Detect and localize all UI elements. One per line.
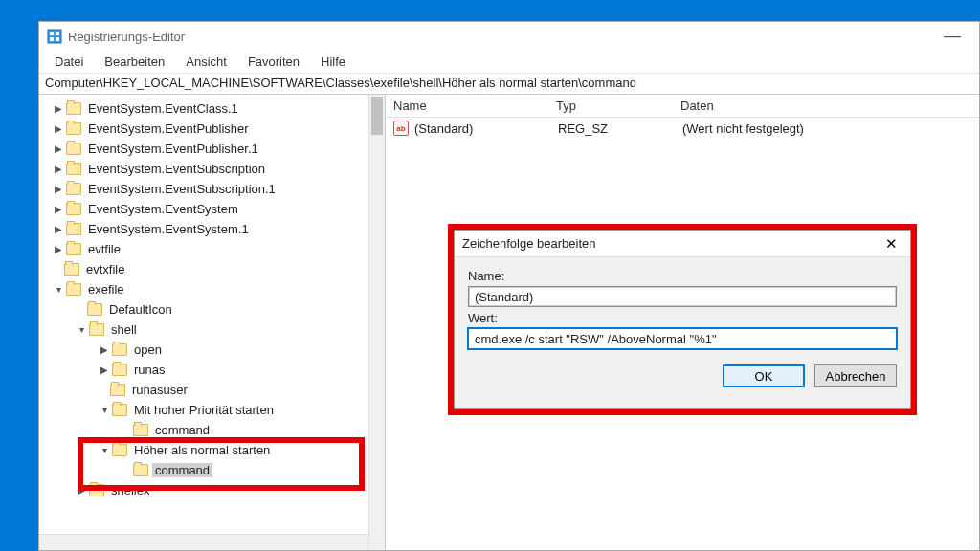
col-data[interactable]: Daten xyxy=(673,95,979,117)
folder-icon xyxy=(64,263,79,276)
dialog-title: Zeichenfolge bearbeiten xyxy=(462,236,596,251)
folder-icon xyxy=(112,343,127,356)
string-value-icon: ab xyxy=(393,121,409,136)
collapse-icon[interactable]: ▾ xyxy=(76,324,87,336)
folder-icon xyxy=(133,424,148,436)
folder-icon xyxy=(89,484,104,496)
ok-button[interactable]: OK xyxy=(723,364,805,387)
folder-icon xyxy=(66,283,81,296)
value-label: Wert: xyxy=(468,311,897,325)
collapse-icon[interactable]: ▾ xyxy=(99,405,110,416)
folder-icon xyxy=(89,323,104,336)
folder-icon xyxy=(66,102,81,115)
expand-icon[interactable]: ▶ xyxy=(53,143,64,155)
expand-icon[interactable]: ▶ xyxy=(53,244,64,255)
titlebar[interactable]: Registrierungs-Editor xyxy=(39,22,979,51)
menu-favorites[interactable]: Favoriten xyxy=(238,53,309,71)
tree-node[interactable]: runasuser xyxy=(129,383,190,397)
menubar: Datei Bearbeiten Ansicht Favoriten Hilfe xyxy=(39,51,979,74)
tree-node[interactable]: Mit hoher Priorität starten xyxy=(131,403,277,417)
expand-icon[interactable]: ▶ xyxy=(53,204,64,215)
menu-view[interactable]: Ansicht xyxy=(176,53,236,71)
scroll-thumb[interactable] xyxy=(371,97,383,135)
tree-pane: ▶EventSystem.EventClass.1 ▶EventSystem.E… xyxy=(39,95,386,550)
tree-node[interactable]: evtfile xyxy=(85,242,123,256)
folder-icon xyxy=(66,203,81,215)
folder-icon xyxy=(66,122,81,135)
cancel-button[interactable]: Abbrechen xyxy=(814,364,897,387)
tree-node[interactable]: EventSystem.EventSystem.1 xyxy=(85,222,252,236)
folder-icon xyxy=(66,183,81,195)
value-name: (Standard) xyxy=(414,121,558,136)
folder-icon xyxy=(87,303,102,316)
expand-icon[interactable]: ▶ xyxy=(99,344,110,356)
collapse-icon[interactable]: ▾ xyxy=(53,284,64,296)
tree-node-shell[interactable]: shell xyxy=(108,322,140,337)
tree-node[interactable]: evtxfile xyxy=(83,262,127,276)
name-field[interactable] xyxy=(468,286,897,307)
window-title: Registrierungs-Editor xyxy=(68,30,185,44)
menu-file[interactable]: Datei xyxy=(45,53,93,71)
col-name[interactable]: Name xyxy=(386,95,548,117)
svg-rect-1 xyxy=(50,32,54,35)
dialog-body: Name: Wert: xyxy=(455,257,910,357)
tree-vscrollbar[interactable] xyxy=(368,95,385,550)
tree-node-command-selected[interactable]: command xyxy=(152,463,212,477)
expand-icon[interactable]: ▶ xyxy=(53,184,64,195)
expand-icon[interactable]: ▶ xyxy=(53,164,64,175)
expand-icon[interactable]: ▶ xyxy=(99,364,110,376)
tree-node[interactable]: shellex xyxy=(108,483,152,497)
menu-help[interactable]: Hilfe xyxy=(311,53,355,71)
regedit-icon xyxy=(47,29,62,44)
svg-rect-4 xyxy=(56,37,59,41)
tree-node[interactable]: runas xyxy=(131,363,168,377)
value-field[interactable] xyxy=(468,328,897,349)
name-label: Name: xyxy=(468,269,897,283)
value-row[interactable]: ab (Standard) REG_SZ (Wert nicht festgel… xyxy=(386,118,979,139)
folder-icon xyxy=(112,444,127,456)
value-type: REG_SZ xyxy=(558,121,682,136)
folder-icon xyxy=(112,404,127,416)
tree-node-exefile[interactable]: exefile xyxy=(85,282,127,297)
highlight-dialog: Zeichenfolge bearbeiten ✕ Name: Wert: OK… xyxy=(448,224,917,415)
col-type[interactable]: Typ xyxy=(548,95,673,117)
tree-node[interactable]: EventSystem.EventPublisher xyxy=(85,121,252,136)
tree-node[interactable]: command xyxy=(152,423,212,437)
svg-rect-2 xyxy=(56,32,59,35)
tree-node[interactable]: open xyxy=(131,342,165,357)
folder-icon xyxy=(112,364,127,376)
registry-tree[interactable]: ▶EventSystem.EventClass.1 ▶EventSystem.E… xyxy=(39,95,385,504)
expand-icon[interactable]: ▶ xyxy=(53,103,64,115)
folder-icon xyxy=(66,243,81,255)
tree-node[interactable]: EventSystem.EventClass.1 xyxy=(85,101,241,116)
value-data: (Wert nicht festgelegt) xyxy=(682,121,979,136)
tree-node[interactable]: EventSystem.EventSubscription.1 xyxy=(85,182,278,196)
folder-icon xyxy=(133,464,148,476)
dialog-buttons: OK Abbrechen xyxy=(455,357,910,395)
expand-icon[interactable]: ▶ xyxy=(76,485,87,496)
tree-node-hoeher[interactable]: Höher als normal starten xyxy=(131,443,273,457)
tree-hscrollbar[interactable] xyxy=(39,534,368,550)
list-header: Name Typ Daten xyxy=(386,95,979,118)
expand-icon[interactable]: ▶ xyxy=(53,123,64,135)
minimize-button[interactable]: — xyxy=(933,22,971,49)
dialog-titlebar[interactable]: Zeichenfolge bearbeiten ✕ xyxy=(455,231,910,257)
tree-node[interactable]: DefaultIcon xyxy=(106,302,175,317)
edit-string-dialog: Zeichenfolge bearbeiten ✕ Name: Wert: OK… xyxy=(454,230,911,409)
collapse-icon[interactable]: ▾ xyxy=(99,445,110,456)
expand-icon[interactable]: ▶ xyxy=(53,224,64,235)
folder-icon xyxy=(66,143,81,155)
address-bar[interactable]: Computer\HKEY_LOCAL_MACHINE\SOFTWARE\Cla… xyxy=(39,74,979,95)
svg-rect-3 xyxy=(50,37,54,41)
close-icon[interactable]: ✕ xyxy=(880,232,902,255)
folder-icon xyxy=(110,384,125,396)
tree-node[interactable]: EventSystem.EventPublisher.1 xyxy=(85,142,261,156)
folder-icon xyxy=(66,163,81,175)
tree-node[interactable]: EventSystem.EventSubscription xyxy=(85,162,268,176)
folder-icon xyxy=(66,223,81,235)
menu-edit[interactable]: Bearbeiten xyxy=(95,53,174,71)
tree-node[interactable]: EventSystem.EventSystem xyxy=(85,202,241,216)
